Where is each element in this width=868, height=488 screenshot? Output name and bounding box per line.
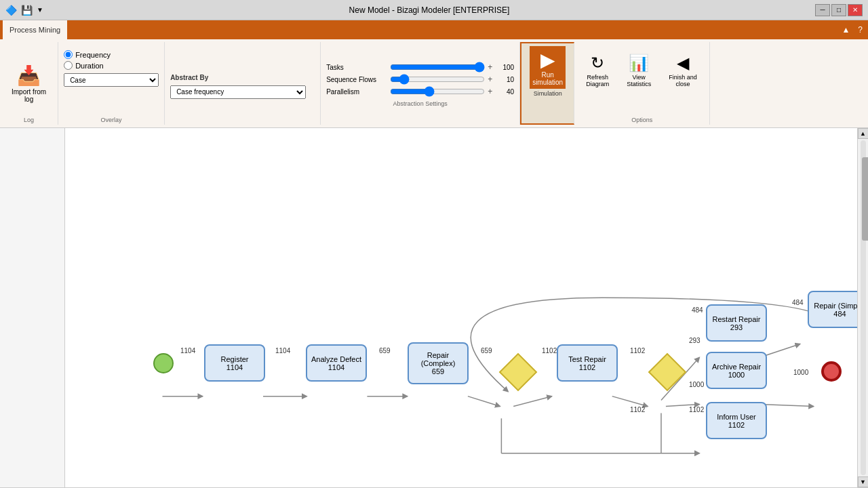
- close-button[interactable]: ✕: [848, 4, 863, 16]
- options-group-label: Options: [574, 117, 709, 123]
- run-sim-label: Run simulation: [532, 71, 563, 86]
- frequency-radio[interactable]: [64, 50, 73, 59]
- sequence-flows-slider[interactable]: [390, 75, 485, 84]
- simulation-group-label: Simulation: [534, 90, 562, 97]
- abstract-group-label: [165, 117, 320, 123]
- repair-complex-label: Repair(Complex)659: [421, 351, 456, 375]
- flow-label-293: 293: [689, 337, 701, 344]
- vertical-scrollbar: ▲ ▼: [857, 128, 868, 487]
- abstract-by-dropdown[interactable]: Case frequency Activity frequency: [170, 85, 306, 99]
- svg-line-3: [468, 396, 500, 407]
- main-area: 1104 1104 659 659 1102 1102 484 484 293 …: [0, 128, 868, 487]
- end-event[interactable]: [821, 361, 842, 382]
- register-task[interactable]: Register1104: [204, 344, 265, 382]
- restore-button[interactable]: □: [831, 4, 846, 16]
- ribbon-help-btn[interactable]: ?: [855, 24, 865, 36]
- refresh-icon: ↻: [591, 54, 604, 73]
- title-bar: 🔷 💾 ▼ New Model - Bizagi Modeler [ENTERP…: [0, 0, 868, 20]
- flow-label-1000-1: 1000: [689, 381, 704, 388]
- window-controls: ─ □ ✕: [815, 4, 863, 16]
- parallelism-label: Parallelism: [326, 88, 387, 96]
- import-icon: 📥: [17, 64, 41, 87]
- restart-repair-label: Restart Repair293: [713, 315, 761, 331]
- analyze-defect-task[interactable]: Analyze Defect1104: [306, 344, 367, 382]
- import-label: Import from log: [12, 88, 46, 103]
- flow-label-659-2: 659: [481, 347, 492, 354]
- save-icon[interactable]: 💾: [21, 5, 33, 16]
- dropdown-arrow-icon[interactable]: ▼: [37, 6, 43, 14]
- start-event[interactable]: [153, 353, 174, 373]
- sequence-flows-label: Sequence Flows: [326, 76, 387, 83]
- flow-label-1000-2: 1000: [793, 369, 808, 376]
- gateway-1[interactable]: [499, 353, 538, 392]
- canvas-wrapper[interactable]: 1104 1104 659 659 1102 1102 484 484 293 …: [65, 128, 857, 487]
- sequence-flows-value: 10: [495, 76, 514, 83]
- svg-line-4: [513, 396, 551, 407]
- window-title: New Model - Bizagi Modeler [ENTERPRISE]: [43, 5, 815, 15]
- flow-label-1102-3: 1102: [630, 406, 645, 413]
- archive-repair-task[interactable]: Archive Repair1000: [706, 352, 767, 389]
- statistics-icon: 📊: [629, 54, 649, 73]
- tasks-slider-row: Tasks + 100: [326, 62, 514, 72]
- svg-line-9: [760, 405, 813, 407]
- ribbon-group-options: ↻ RefreshDiagram 📊 ViewStatistics ◀ Fini…: [574, 42, 710, 125]
- title-bar-left: 🔷 💾 ▼: [5, 5, 43, 16]
- frequency-label: Frequency: [75, 51, 111, 59]
- register-label: Register1104: [221, 355, 249, 371]
- scroll-up-button[interactable]: ▲: [858, 128, 869, 139]
- repair-simple-label: Repair (Simple)484: [814, 302, 857, 318]
- gateway-2[interactable]: [648, 353, 687, 392]
- inform-user-label: Inform User1102: [717, 413, 755, 429]
- finish-and-close-button[interactable]: ◀ Finish andclose: [663, 50, 703, 91]
- test-repair-task[interactable]: Test Repair1102: [557, 344, 618, 382]
- parallelism-slider-row: Parallelism + 40: [326, 87, 514, 96]
- duration-radio[interactable]: [64, 61, 73, 70]
- v-scroll-thumb[interactable]: [862, 157, 869, 241]
- ribbon-group-overlay: Frequency Duration Case Activity Resourc…: [58, 42, 165, 125]
- sequence-flows-expand[interactable]: +: [488, 75, 492, 84]
- minimize-button[interactable]: ─: [815, 4, 830, 16]
- overlay-dropdown[interactable]: Case Activity Resource: [64, 73, 159, 87]
- finish-icon: ◀: [677, 54, 689, 73]
- import-from-log-button[interactable]: 📥 Import from log: [5, 61, 52, 106]
- parallelism-slider[interactable]: [390, 87, 485, 96]
- flow-label-1102-4: 1102: [689, 406, 704, 413]
- flow-label-1102-2: 1102: [630, 347, 645, 354]
- statistics-label: ViewStatistics: [627, 74, 651, 87]
- parallelism-value: 40: [495, 88, 514, 96]
- run-sim-icon: ▶: [540, 49, 555, 71]
- ribbon-body: 📥 Import from log Log Frequency Duration…: [0, 39, 868, 127]
- tasks-label: Tasks: [326, 64, 387, 71]
- sequence-flows-slider-row: Sequence Flows + 10: [326, 75, 514, 84]
- svg-line-5: [612, 396, 648, 407]
- repair-simple-task[interactable]: Repair (Simple)484: [808, 291, 857, 328]
- v-scroll-track[interactable]: [861, 140, 866, 475]
- flow-label-484-2: 484: [792, 299, 804, 306]
- tab-process-mining[interactable]: Process Mining: [3, 20, 67, 39]
- log-group-label: Log: [0, 117, 58, 123]
- tasks-value: 100: [495, 64, 514, 71]
- repair-complex-task[interactable]: Repair(Complex)659: [408, 342, 469, 384]
- ribbon-collapse-btn[interactable]: ▲: [839, 24, 852, 36]
- ribbon-group-log: 📥 Import from log Log: [0, 42, 58, 125]
- restart-repair-task[interactable]: Restart Repair293: [706, 304, 767, 342]
- run-simulation-button[interactable]: ▶ Run simulation: [530, 46, 566, 89]
- abstraction-settings-label: Abstraction Settings: [326, 100, 514, 107]
- analyze-defect-label: Analyze Defect1104: [311, 355, 361, 371]
- scroll-down-button[interactable]: ▼: [858, 476, 869, 487]
- duration-radio-row: Duration: [64, 61, 104, 70]
- tasks-slider[interactable]: [390, 62, 485, 72]
- ribbon-controls: ▲ ?: [839, 24, 865, 36]
- ribbon-group-abstract: Abstract By Case frequency Activity freq…: [165, 42, 321, 125]
- flow-label-484-1: 484: [692, 306, 703, 314]
- parallelism-expand[interactable]: +: [488, 87, 492, 96]
- refresh-label: RefreshDiagram: [586, 74, 609, 87]
- refresh-diagram-button[interactable]: ↻ RefreshDiagram: [580, 50, 615, 91]
- tasks-expand[interactable]: +: [488, 62, 492, 72]
- inform-user-task[interactable]: Inform User1102: [706, 402, 767, 439]
- view-statistics-button[interactable]: 📊 ViewStatistics: [620, 50, 657, 91]
- finish-label: Finish andclose: [669, 74, 697, 87]
- flow-label-1102-1: 1102: [542, 347, 557, 354]
- overlay-group-label: Overlay: [58, 117, 164, 123]
- archive-repair-label: Archive Repair1000: [712, 363, 761, 379]
